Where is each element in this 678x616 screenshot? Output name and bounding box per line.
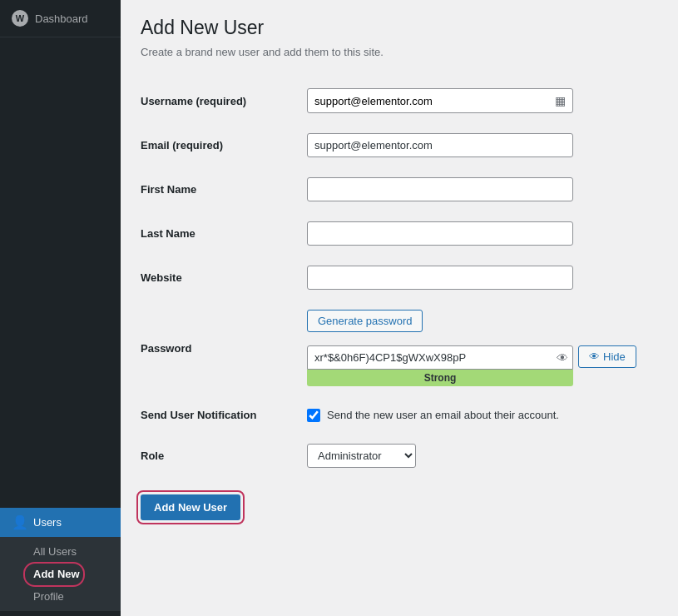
website-input[interactable]	[307, 266, 573, 290]
email-label: Email (required)	[141, 123, 307, 167]
sidebar-item-add-new[interactable]: Add New	[0, 563, 121, 585]
sidebar-item-all-users[interactable]: All Users	[0, 540, 121, 563]
notification-cell: Send the new user an email about their a…	[307, 396, 658, 434]
page-subtitle: Create a brand new user and add them to …	[141, 46, 658, 58]
password-wrapper: 👁 Strong 👁 Hide	[307, 345, 658, 386]
firstname-label: First Name	[141, 167, 307, 211]
firstname-input[interactable]	[307, 177, 573, 201]
username-cell: ▦	[307, 78, 658, 123]
firstname-cell	[307, 167, 658, 211]
lastname-input[interactable]	[307, 221, 573, 246]
users-label: Users	[33, 516, 62, 529]
page-title: Add New User	[141, 17, 658, 39]
username-icon: ▦	[548, 89, 572, 112]
role-row: Role Administrator Editor Author Contrib…	[141, 434, 658, 478]
username-row: Username (required) ▦	[141, 78, 658, 123]
main-content: Add New User Create a brand new user and…	[121, 0, 678, 616]
notification-wrapper: Send the new user an email about their a…	[307, 409, 658, 422]
website-label: Website	[141, 256, 307, 300]
password-label: Password	[141, 300, 307, 396]
wp-icon: W	[12, 10, 28, 27]
notification-checkbox[interactable]	[307, 409, 320, 422]
password-field-wrap: 👁 Strong	[307, 345, 573, 386]
role-select[interactable]: Administrator Editor Author Contributor …	[307, 444, 416, 468]
username-input[interactable]	[308, 90, 548, 112]
lastname-label: Last Name	[141, 211, 307, 256]
password-field-container: 👁	[307, 345, 573, 370]
lastname-cell	[307, 211, 658, 256]
username-wrapper: ▦	[307, 88, 573, 113]
hide-label: Hide	[603, 350, 626, 363]
website-cell	[307, 256, 658, 300]
lastname-row: Last Name	[141, 211, 658, 256]
sidebar-logo[interactable]: W Dashboard	[0, 0, 121, 37]
notification-row: Send User Notification Send the new user…	[141, 396, 658, 434]
sidebar-item-users[interactable]: 👤 Users	[0, 508, 121, 537]
notification-label: Send User Notification	[141, 396, 307, 434]
role-label: Role	[141, 434, 307, 478]
password-eye-icon[interactable]: 👁	[557, 351, 568, 365]
sidebar: W Dashboard 👤 Users All Users Add New Pr…	[0, 0, 121, 616]
role-cell: Administrator Editor Author Contributor …	[307, 434, 658, 478]
generate-password-button[interactable]: Generate password	[307, 310, 423, 332]
hide-icon: 👁	[589, 350, 600, 363]
password-cell: Generate password 👁 Strong 👁 Hid	[307, 300, 658, 396]
email-row: Email (required)	[141, 123, 658, 167]
user-form: Username (required) ▦ Email (required) F…	[141, 78, 658, 478]
email-input[interactable]	[307, 133, 573, 157]
submit-section: Add New User	[141, 494, 658, 520]
password-row: Password Generate password 👁 Strong	[141, 300, 658, 396]
email-cell	[307, 123, 658, 167]
website-row: Website	[141, 256, 658, 300]
dashboard-label: Dashboard	[35, 12, 88, 25]
sidebar-item-profile[interactable]: Profile	[0, 585, 121, 608]
username-label: Username (required)	[141, 78, 307, 123]
add-new-user-button[interactable]: Add New User	[141, 494, 240, 520]
password-strength-bar: Strong	[307, 370, 573, 386]
hide-password-button[interactable]: 👁 Hide	[578, 345, 636, 368]
users-icon: 👤	[12, 514, 27, 530]
notification-text: Send the new user an email about their a…	[327, 409, 559, 421]
users-submenu: All Users Add New Profile	[0, 537, 121, 611]
users-section: 👤 Users All Users Add New Profile	[0, 503, 121, 616]
firstname-row: First Name	[141, 167, 658, 211]
password-input[interactable]	[307, 345, 573, 370]
